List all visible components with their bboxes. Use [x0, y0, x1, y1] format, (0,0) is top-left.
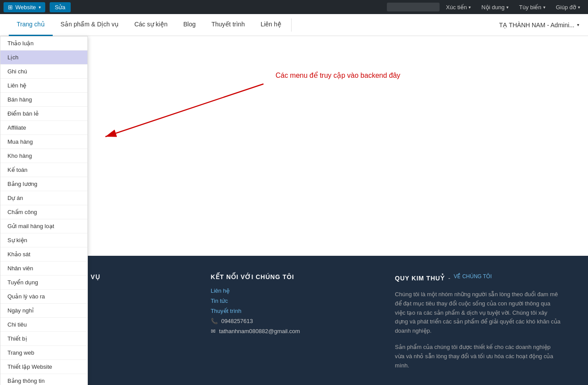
nav-divider [291, 18, 292, 32]
arrow-container [9, 80, 579, 167]
nav-item-lien-he[interactable]: Liên hệ [253, 14, 289, 36]
noi-dung-label: Nội dung [481, 4, 505, 11]
menu-item-tuyen-dung[interactable]: Tuyển dụng [0, 276, 87, 290]
tuy-bien-label: Tùy biến [519, 4, 541, 11]
footer-link-tin-tuc[interactable]: Tin tức [211, 298, 378, 304]
giup-do-label: Giúp đỡ [556, 4, 576, 11]
menu-item-cham-cong[interactable]: Chấm công [0, 205, 87, 219]
menu-item-ke-toan[interactable]: Kế toán [0, 163, 87, 177]
phone-number: 0948257613 [221, 318, 253, 324]
website-brand-button[interactable]: ⊞ Website ▾ [4, 2, 45, 12]
dropdown-menu: Thảo luận Lịch Ghi chú Liên hệ Bán hàng … [0, 36, 88, 385]
menu-item-diem-ban-le[interactable]: Điểm bán lẻ [0, 107, 87, 121]
edit-button[interactable]: Sửa [50, 2, 71, 12]
menu-item-gui-mail[interactable]: Gửi mail hàng loạt [0, 219, 87, 233]
footer-description1: Chúng tôi là một nhóm những người sẵn lò… [395, 290, 562, 336]
site-footer: SẢN PHẨM & DỊCH VỤ KẾT NỐI VỚI CHÚNG TÔI… [0, 256, 588, 385]
user-menu[interactable]: TẠ THÀNH NAM - Admini... ▾ [499, 22, 579, 29]
menu-item-quan-ly-vao-ra[interactable]: Quản lý vào ra [0, 290, 87, 304]
menu-item-ghi-chu[interactable]: Ghi chú [0, 65, 87, 79]
menu-item-du-an[interactable]: Dự án [0, 191, 87, 205]
email-address: tathanhnam080882@gmail.com [219, 328, 300, 334]
footer-col-contact: KẾT NỐI VỚI CHÚNG TÔI Liên hệ Tin tức Th… [211, 273, 378, 370]
footer-link-lien-he[interactable]: Liên hệ [211, 287, 378, 294]
menu-item-lien-he[interactable]: Liên hệ [0, 79, 87, 93]
user-label: TẠ THÀNH NAM - Admini... [499, 22, 574, 29]
menu-item-affiliate[interactable]: Affiliate [0, 121, 87, 135]
menu-item-lich[interactable]: Lịch [0, 51, 87, 65]
menu-item-mua-hang[interactable]: Mua hàng [0, 135, 87, 149]
menu-item-thao-luan[interactable]: Thảo luận [0, 36, 87, 51]
menu-item-chi-tieu[interactable]: Chi tiêu [0, 318, 87, 332]
grid-icon: ⊞ [8, 4, 13, 11]
menu-item-thiet-bi[interactable]: Thiết bị [0, 332, 87, 346]
nav-item-trang-chu[interactable]: Trang chủ [9, 14, 53, 36]
nav-item-thuyet-trinh[interactable]: Thuyết trình [204, 14, 253, 36]
menu-item-su-kien[interactable]: Sự kiện [0, 233, 87, 247]
noi-dung-chevron-icon: ▾ [506, 5, 509, 10]
svg-line-1 [105, 84, 263, 137]
site-nav: Trang chủ Sản phẩm & Dịch vụ Các sự kiện… [0, 14, 588, 36]
xuc-tien-chevron-icon: ▾ [469, 5, 471, 10]
footer-link-thuyet-trinh[interactable]: Thuyết trình [211, 308, 378, 314]
menu-item-trang-web[interactable]: Trang web [0, 346, 87, 360]
footer-email: ✉ tathanhnam080882@gmail.com [211, 328, 378, 334]
brand-label: Website [15, 4, 36, 11]
menu-item-ban-hang[interactable]: Bán hàng [0, 93, 87, 107]
footer-col3-title: QUY KIM THUỶ [395, 275, 444, 282]
tuy-bien-menu[interactable]: Tùy biến ▾ [515, 0, 550, 14]
admin-bar-left: ⊞ Website ▾ Sửa [4, 2, 71, 12]
admin-bar-right: Xúc tiến ▾ Nội dung ▾ Tùy biến ▾ Giúp đỡ… [387, 0, 584, 14]
nav-items: Trang chủ Sản phẩm & Dịch vụ Các sự kiện… [9, 14, 289, 36]
phone-icon: 📞 [211, 318, 218, 324]
email-icon: ✉ [211, 328, 216, 334]
nav-item-su-kien[interactable]: Các sự kiện [126, 14, 176, 36]
search-input[interactable] [387, 3, 440, 11]
annotation-arrow [97, 80, 272, 145]
footer-col2-title: KẾT NỐI VỚI CHÚNG TÔI [211, 273, 378, 280]
menu-item-kho-hang[interactable]: Kho hàng [0, 149, 87, 163]
annotation-text: Các menu để truy cập vào backend đây [9, 45, 579, 80]
menu-item-thiet-lap-website[interactable]: Thiết lập Website [0, 360, 87, 374]
menu-item-ngay-nghi[interactable]: Ngày nghỉ [0, 304, 87, 318]
main-content: Các menu để truy cập vào backend đây [0, 36, 588, 256]
admin-bar: ⊞ Website ▾ Sửa Xúc tiến ▾ Nội dung ▾ Tù… [0, 0, 588, 14]
menu-item-bang-thong-tin[interactable]: Bảng thông tin [0, 374, 87, 385]
xuc-tien-menu[interactable]: Xúc tiến ▾ [441, 0, 475, 14]
footer-about-link[interactable]: VỀ CHÚNG TÔI [454, 273, 491, 280]
xuc-tien-label: Xúc tiến [446, 4, 467, 11]
user-chevron-icon: ▾ [577, 22, 579, 27]
menu-item-khao-sat[interactable]: Khảo sát [0, 247, 87, 262]
brand-chevron-icon: ▾ [39, 5, 41, 10]
nav-item-blog[interactable]: Blog [175, 14, 203, 36]
footer-phone: 📞 0948257613 [211, 318, 378, 324]
footer-title-row: QUY KIM THUỶ - VỀ CHÚNG TÔI [395, 273, 562, 283]
menu-item-bang-luong[interactable]: Bảng lương [0, 177, 87, 191]
menu-item-nhan-vien[interactable]: Nhân viên [0, 262, 87, 276]
giup-do-chevron-icon: ▾ [578, 5, 580, 10]
footer-description2: Sản phẩm của chúng tôi được thiết kế cho… [395, 343, 562, 370]
nav-item-san-pham[interactable]: Sản phẩm & Dịch vụ [53, 14, 126, 36]
footer-title-dash: - [448, 275, 451, 282]
tuy-bien-chevron-icon: ▾ [543, 5, 545, 10]
footer-col-about: QUY KIM THUỶ - VỀ CHÚNG TÔI Chúng tôi là… [395, 273, 562, 370]
giup-do-menu[interactable]: Giúp đỡ ▾ [552, 0, 584, 14]
noi-dung-menu[interactable]: Nội dung ▾ [477, 0, 513, 14]
